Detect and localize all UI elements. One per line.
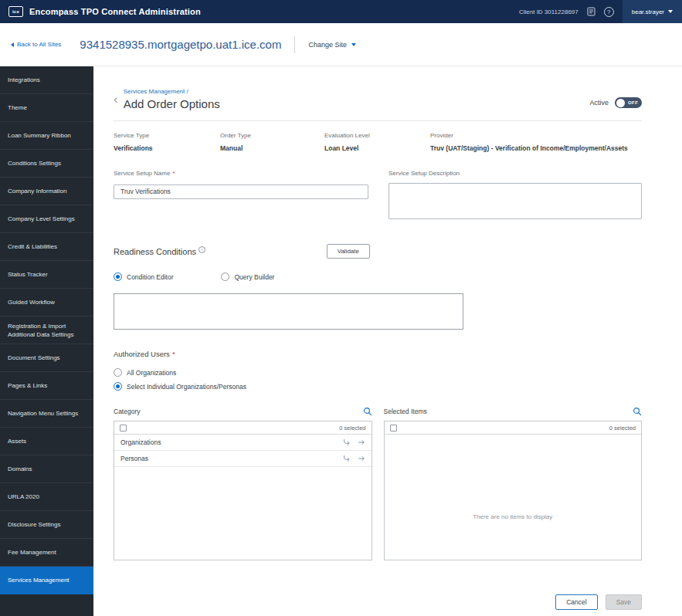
- sidebar-item-label: Conditions Settings: [8, 159, 61, 168]
- change-site-dropdown[interactable]: Change Site: [308, 41, 356, 49]
- chevron-down-icon: [668, 10, 673, 13]
- sidebar-item-company-information[interactable]: Company Information: [0, 178, 93, 205]
- sidebar: Integrations Theme Loan Summary Ribbon C…: [0, 66, 93, 616]
- back-link-label: Back to All Sites: [17, 41, 61, 48]
- sidebar-item-urla-2020[interactable]: URLA 2020: [0, 483, 93, 511]
- sidebar-item-assets[interactable]: Assets: [0, 428, 93, 455]
- sidebar-item-fee-management[interactable]: Fee Management: [0, 539, 93, 567]
- radio-all-organizations[interactable]: All Organizations: [114, 368, 642, 377]
- username-label: bear.strayer: [632, 8, 664, 15]
- radio-select-individual[interactable]: Select Individual Organizations/Personas: [114, 382, 642, 391]
- sidebar-item-credit-liabilities[interactable]: Credit & Liabilities: [0, 233, 93, 261]
- category-panel-header: Category: [114, 406, 372, 416]
- radio-condition-editor[interactable]: Condition Editor: [114, 272, 173, 281]
- page-header: Services Management / Add Order Options …: [114, 88, 642, 110]
- topbar-right: Client ID 3011228697 bear.strayer: [519, 0, 682, 23]
- required-asterisk: *: [172, 350, 175, 358]
- back-to-all-sites-link[interactable]: Back to All Sites: [11, 41, 61, 48]
- authorized-users-heading: Authorized Users*: [114, 350, 642, 358]
- search-icon[interactable]: [363, 407, 372, 416]
- list-item-personas[interactable]: Personas: [114, 451, 372, 467]
- summary-evaluation-level: Evaluation Level Loan Level: [324, 132, 430, 153]
- back-chevron-icon[interactable]: [114, 93, 118, 106]
- move-right-arrow-icon[interactable]: [358, 438, 365, 446]
- active-label: Active: [589, 99, 609, 107]
- main-content: Services Management / Add Order Options …: [93, 66, 682, 616]
- sidebar-item-company-level-settings[interactable]: Company Level Settings: [0, 205, 93, 233]
- radio-label: Condition Editor: [127, 273, 173, 281]
- sidebar-item-services-management[interactable]: Services Management: [0, 567, 93, 594]
- category-panel: Category 0 selected Organizations: [114, 406, 372, 560]
- service-setup-name-label: Service Setup Name*: [114, 170, 368, 177]
- info-icon[interactable]: [198, 246, 205, 253]
- service-setup-description-input[interactable]: [389, 183, 642, 219]
- sidebar-item-label: Fee Management: [8, 548, 56, 557]
- sidebar-item-document-settings[interactable]: Document Settings: [0, 344, 93, 372]
- required-asterisk: *: [172, 170, 175, 177]
- radio-label: Select Individual Organizations/Personas: [127, 383, 246, 391]
- chevron-down-icon: [351, 43, 356, 46]
- sidebar-item-disclosure-settings[interactable]: Disclosure Settings: [0, 511, 93, 539]
- sidebar-item-integrations[interactable]: Integrations: [0, 66, 93, 94]
- radio-selected-icon: [114, 272, 122, 281]
- top-app-bar: ice Encompass TPO Connect Administration…: [0, 0, 682, 23]
- cancel-button[interactable]: Cancel: [555, 594, 597, 610]
- save-button[interactable]: Save: [606, 594, 642, 610]
- setup-form-row: Service Setup Name* Service Setup Descri…: [114, 170, 642, 222]
- radio-unselected-icon: [114, 368, 122, 377]
- sidebar-item-pages-links[interactable]: Pages & Links: [0, 372, 93, 400]
- select-all-checkbox[interactable]: [390, 425, 397, 432]
- selected-items-list: 0 selected There are no items to display: [384, 421, 643, 560]
- sidebar-item-label: Integrations: [8, 76, 40, 84]
- sidebar-item-conditions-settings[interactable]: Conditions Settings: [0, 150, 93, 178]
- search-icon[interactable]: [633, 407, 642, 416]
- sidebar-item-label: Navigation Menu Settings: [8, 409, 78, 418]
- service-summary: Service Type Verifications Order Type Ma…: [114, 132, 642, 153]
- sidebar-item-label: Disclosure Settings: [8, 520, 60, 529]
- active-toggle-group: Active OFF: [589, 97, 642, 110]
- help-icon[interactable]: [604, 7, 614, 17]
- authorized-users-radios: All Organizations Select Individual Orga…: [114, 368, 642, 391]
- breadcrumb[interactable]: Services Management /: [124, 88, 220, 95]
- radio-unselected-icon: [221, 272, 229, 281]
- radio-label: All Organizations: [127, 369, 176, 377]
- sidebar-item-label: Pages & Links: [8, 381, 47, 390]
- sidebar-item-navigation-menu-settings[interactable]: Navigation Menu Settings: [0, 400, 93, 428]
- move-right-arrow-icon[interactable]: [358, 455, 365, 462]
- sidebar-item-registration-import[interactable]: Registration & Import Additional Data Se…: [0, 316, 93, 344]
- sidebar-item-guided-workflow[interactable]: Guided Workflow: [0, 289, 93, 316]
- service-setup-name-input[interactable]: [114, 184, 368, 199]
- sidebar-item-status-tracker[interactable]: Status Tracker: [0, 261, 93, 289]
- readiness-mode-radios: Condition Editor Query Builder: [114, 272, 642, 281]
- validate-button[interactable]: Validate: [327, 244, 370, 259]
- app-title: Encompass TPO Connect Administration: [29, 7, 201, 16]
- notes-icon[interactable]: [587, 7, 595, 16]
- sidebar-item-theme[interactable]: Theme: [0, 94, 93, 122]
- selected-items-list-header: 0 selected: [385, 421, 642, 435]
- sidebar-item-domains[interactable]: Domains: [0, 455, 93, 483]
- list-item-organizations[interactable]: Organizations: [114, 435, 372, 451]
- service-setup-description-field: Service Setup Description: [389, 170, 642, 222]
- sidebar-item-label: URLA 2020: [8, 492, 39, 501]
- site-bar: Back to All Sites 9341528935.mortgagetpo…: [0, 23, 682, 66]
- empty-state-message: There are no items to display: [385, 435, 642, 560]
- radio-query-builder[interactable]: Query Builder: [221, 272, 274, 281]
- sidebar-item-label: Loan Summary Ribbon: [8, 131, 71, 140]
- select-all-checkbox[interactable]: [120, 425, 127, 432]
- sidebar-item-label: Registration & Import Additional Data Se…: [8, 322, 86, 339]
- site-url: 9341528935.mortgagetpo.uat1.ice.com: [80, 38, 281, 51]
- active-toggle[interactable]: OFF: [615, 97, 642, 108]
- row-actions: [343, 455, 365, 462]
- divider: [294, 36, 295, 53]
- toggle-state-label: OFF: [628, 100, 638, 105]
- sidebar-item-label: Credit & Liabilities: [8, 242, 57, 251]
- sidebar-item-loan-summary-ribbon[interactable]: Loan Summary Ribbon: [0, 122, 93, 150]
- condition-editor-textarea[interactable]: [114, 293, 463, 330]
- expand-children-arrow-icon[interactable]: [343, 455, 351, 462]
- sidebar-item-label: Company Information: [8, 187, 66, 195]
- selected-count: 0 selected: [609, 425, 636, 432]
- user-menu[interactable]: bear.strayer: [623, 0, 682, 23]
- selected-count: 0 selected: [339, 425, 365, 432]
- expand-children-arrow-icon[interactable]: [343, 438, 351, 446]
- change-site-label: Change Site: [308, 41, 347, 49]
